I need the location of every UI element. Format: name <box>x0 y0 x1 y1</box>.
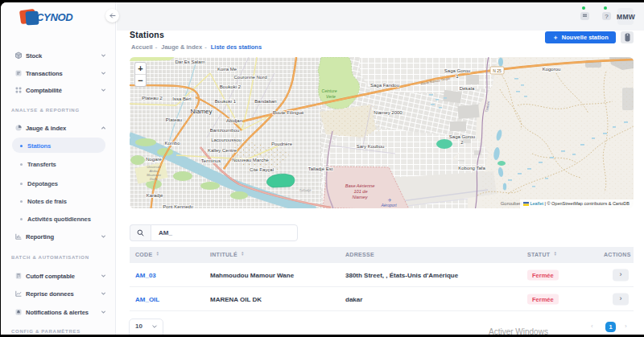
svg-text:Boukoki 2: Boukoki 2 <box>220 84 242 89</box>
svg-text:Kogorou: Kogorou <box>543 67 561 72</box>
svg-text:Abidjan: Abidjan <box>226 118 242 123</box>
svg-text:Dékala: Dékala <box>460 86 475 91</box>
svg-text:Talladjé: Talladjé <box>299 188 312 192</box>
svg-text:Ceinture: Ceinture <box>322 88 337 93</box>
svg-text:Cité Fayçal: Cité Fayçal <box>250 167 274 172</box>
svg-text:Talladjé Est: Talladjé Est <box>308 166 333 171</box>
svg-text:Poudrière: Poudrière <box>271 142 293 146</box>
svg-text:101 de: 101 de <box>353 189 367 194</box>
svg-text:Plateau: Plateau <box>166 117 182 122</box>
svg-text:Kombo: Kombo <box>164 141 180 146</box>
svg-text:Lacouroussou: Lacouroussou <box>211 138 242 142</box>
svg-text:Abdou: Abdou <box>149 170 159 173</box>
svg-text:Nogaré: Nogaré <box>146 157 162 162</box>
svg-text:Terminus: Terminus <box>201 158 221 163</box>
svg-text:Base Aérienne: Base Aérienne <box>345 183 375 188</box>
svg-text:Niamey: Niamey <box>190 108 212 115</box>
svg-text:Université: Université <box>147 166 161 169</box>
svg-text:Koira Mé: Koira Mé <box>217 67 237 72</box>
svg-text:Saga Gorou: Saga Gorou <box>449 134 475 139</box>
svg-text:Karadjé: Karadjé <box>147 193 163 198</box>
svg-text:Verte: Verte <box>326 94 336 99</box>
svg-text:✈: ✈ <box>387 198 391 203</box>
svg-text:Niamey: Niamey <box>353 195 369 199</box>
svg-text:Kalley Centre: Kalley Centre <box>208 148 237 153</box>
svg-text:Saga Fandou: Saga Fandou <box>370 83 399 88</box>
svg-text:Niamey 2000: Niamey 2000 <box>374 110 402 115</box>
svg-text:Plateau 2: Plateau 2 <box>142 96 163 101</box>
svg-text:?: ? <box>605 13 609 20</box>
svg-text:Issa Béri: Issa Béri <box>172 97 191 101</box>
svg-text:Saga Gorou: Saga Gorou <box>444 68 470 73</box>
svg-text:Moumouni: Moumouni <box>147 174 161 177</box>
svg-text:Bandabari: Bandabari <box>254 99 276 104</box>
svg-text:Nouveau Marché: Nouveau Marché <box>232 158 269 162</box>
svg-text:Aéroport: Aéroport <box>380 203 397 208</box>
svg-text:Gorouberi: Gorouberi <box>501 201 522 206</box>
svg-text:Kobong Tafa: Kobong Tafa <box>458 166 485 171</box>
svg-text:N 25: N 25 <box>493 68 502 73</box>
svg-text:Banizoumbou: Banizoumbou <box>210 128 240 133</box>
svg-text:Sary Koubou: Sary Koubou <box>357 144 385 149</box>
svg-text:Route Filingué: Route Filingué <box>273 110 304 115</box>
svg-text:Pont Kennedy: Pont Kennedy <box>163 204 193 208</box>
svg-text:Couronne Nord: Couronne Nord <box>233 75 266 80</box>
svg-text:Dar Es Salam: Dar Es Salam <box>175 60 204 64</box>
svg-text:Boukoki 1: Boukoki 1 <box>215 99 237 104</box>
svg-text:Diaffo: Diaffo <box>150 178 158 181</box>
